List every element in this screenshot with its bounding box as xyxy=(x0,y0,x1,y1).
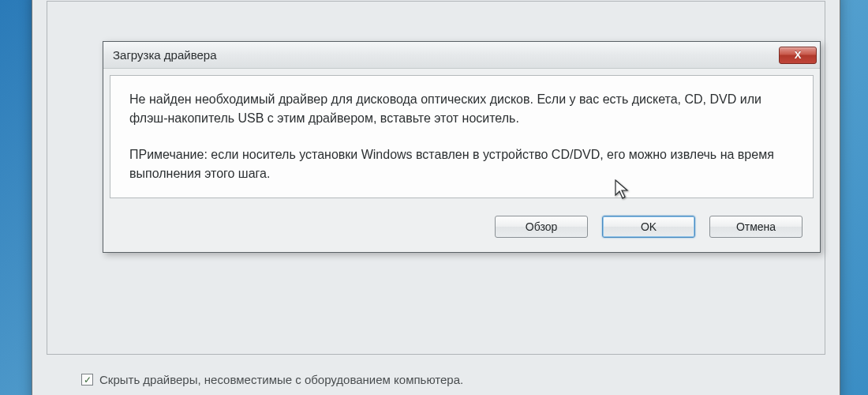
load-driver-dialog: Загрузка драйвера X Не найден необходимы… xyxy=(103,41,821,253)
ok-button[interactable]: OK xyxy=(602,216,695,238)
hide-incompatible-checkbox[interactable]: ✓ xyxy=(81,374,93,386)
dialog-titlebar[interactable]: Загрузка драйвера X xyxy=(103,42,820,69)
cancel-button[interactable]: Отмена xyxy=(709,216,803,238)
dialog-button-row: Обзор OK Отмена xyxy=(103,205,820,252)
browse-button[interactable]: Обзор xyxy=(495,216,588,238)
dialog-message: Не найден необходимый драйвер для дисков… xyxy=(129,90,794,128)
dialog-title: Загрузка драйвера xyxy=(113,48,216,62)
close-button[interactable]: X xyxy=(779,47,817,64)
hide-incompatible-label: Скрыть драйверы, несовместимые с оборудо… xyxy=(99,373,463,386)
hide-incompatible-drivers-row[interactable]: ✓ Скрыть драйверы, несовместимые с обору… xyxy=(81,373,463,386)
close-icon: X xyxy=(795,49,802,61)
dialog-content: Не найден необходимый драйвер для дисков… xyxy=(110,75,814,198)
dialog-note: ПРимечание: если носитель установки Wind… xyxy=(129,145,794,183)
